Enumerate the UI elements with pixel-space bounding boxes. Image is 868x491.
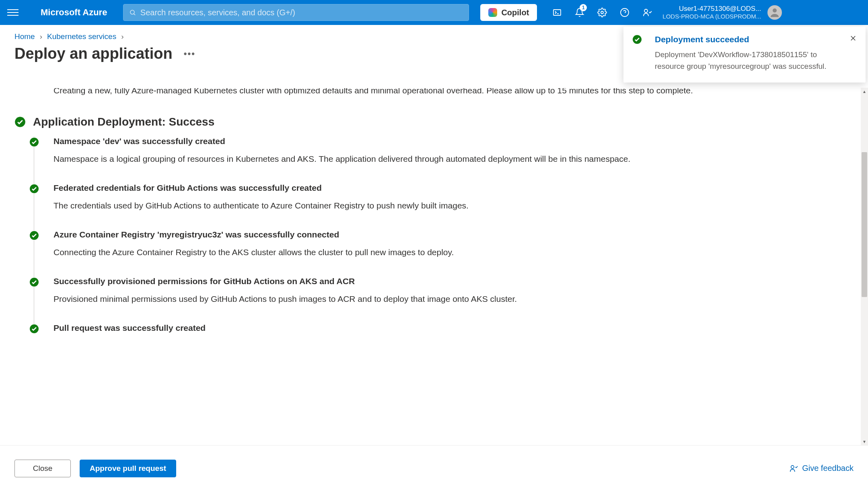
step-namespace: Namespace 'dev' was successfully created… [53,136,854,164]
deployment-succeeded-toast: Deployment succeeded Deployment 'DevXWor… [623,27,866,83]
svg-line-1 [134,14,135,15]
section-application-deployment: Application Deployment: Success [14,116,854,128]
feedback-person-icon [789,464,798,473]
step-title: Azure Container Registry 'myregistryuc3z… [53,230,854,239]
scroll-thumb[interactable] [862,152,867,297]
top-bar: Microsoft Azure Copilot 1 User1-47751306… [0,0,868,25]
step-title: Successfully provisioned permissions for… [53,276,854,286]
notification-badge: 1 [580,4,587,11]
check-icon [29,184,39,194]
toast-body: Deployment 'DevXWorkflow-1738018501155' … [655,49,841,72]
svg-point-5 [621,8,629,17]
cloud-shell-icon[interactable] [546,0,568,25]
step-pull-request: Pull request was successfully created [53,323,854,333]
scroll-up-icon[interactable]: ▲ [861,88,868,95]
svg-rect-2 [553,10,561,15]
section-title: Application Deployment: Success [33,116,214,128]
settings-icon[interactable] [591,0,613,25]
svg-point-8 [773,8,777,12]
hamburger-menu[interactable] [7,9,19,16]
more-actions-icon[interactable]: ••• [184,49,195,59]
step-federated-credentials: Federated credentials for GitHub Actions… [53,183,854,210]
step-cluster-created: AKS Automatic cluster 'myakscluster' was… [53,88,854,95]
avatar[interactable] [767,5,782,20]
check-icon [29,324,39,334]
copilot-icon [488,8,497,17]
step-title: Pull request was successfully created [53,323,854,333]
step-title: Federated credentials for GitHub Actions… [53,183,854,193]
copilot-label: Copilot [501,8,529,17]
svg-point-4 [601,11,603,14]
copilot-button[interactable]: Copilot [480,4,537,21]
approve-pull-request-button[interactable]: Approve pull request [80,460,176,477]
vertical-scrollbar[interactable]: ▲ ▼ [861,88,868,445]
search-input[interactable] [140,8,463,17]
close-icon [849,35,857,42]
close-button[interactable]: Close [14,460,71,477]
user-tenant: LODS-PROD-MCA (LODSPRODM... [662,13,761,20]
step-group: Namespace 'dev' was successfully created… [34,136,854,333]
step-desc: Provisioned minimal permissions used by … [53,294,854,304]
breadcrumb-kubernetes-services[interactable]: Kubernetes services [47,32,116,41]
chevron-right-icon: › [121,32,123,41]
user-name: User1-47751306@LODS... [662,5,761,13]
step-title: Namespace 'dev' was successfully created [53,136,854,146]
step-permissions: Successfully provisioned permissions for… [53,276,854,304]
step-desc: Connecting the Azure Container Registry … [53,248,854,257]
check-icon [29,231,39,240]
svg-point-16 [791,465,794,468]
footer-bar: Close Approve pull request Give feedback [0,445,868,491]
chevron-right-icon: › [40,32,42,41]
toast-title[interactable]: Deployment succeeded [655,35,841,44]
give-feedback-label: Give feedback [802,464,854,473]
toast-close-button[interactable] [848,33,858,43]
check-icon [29,137,39,147]
svg-point-0 [130,10,134,14]
step-desc: The credentials used by GitHub Actions t… [53,201,854,210]
brand-logo[interactable]: Microsoft Azure [41,7,107,18]
step-acr-connected: Azure Container Registry 'myregistryuc3z… [53,230,854,257]
check-icon [632,35,642,44]
search-icon [129,9,136,16]
user-block[interactable]: User1-47751306@LODS... LODS-PROD-MCA (LO… [662,5,761,20]
help-icon[interactable] [613,0,636,25]
content-scroll: AKS Automatic cluster 'myakscluster' was… [0,88,868,445]
check-icon [14,116,26,128]
step-desc: Creating a new, fully Azure-managed Kube… [53,88,854,95]
step-desc: Namespace is a logical grouping of resou… [53,154,854,164]
page-title: Deploy an application [14,45,173,62]
give-feedback-link[interactable]: Give feedback [789,464,854,473]
svg-point-7 [644,9,648,12]
feedback-icon[interactable] [636,0,658,25]
breadcrumb-home[interactable]: Home [14,32,35,41]
topbar-icons: 1 [546,0,658,25]
check-icon [29,277,39,287]
notifications-icon[interactable]: 1 [568,0,591,25]
global-search[interactable] [123,4,469,21]
scroll-down-icon[interactable]: ▼ [861,438,868,445]
